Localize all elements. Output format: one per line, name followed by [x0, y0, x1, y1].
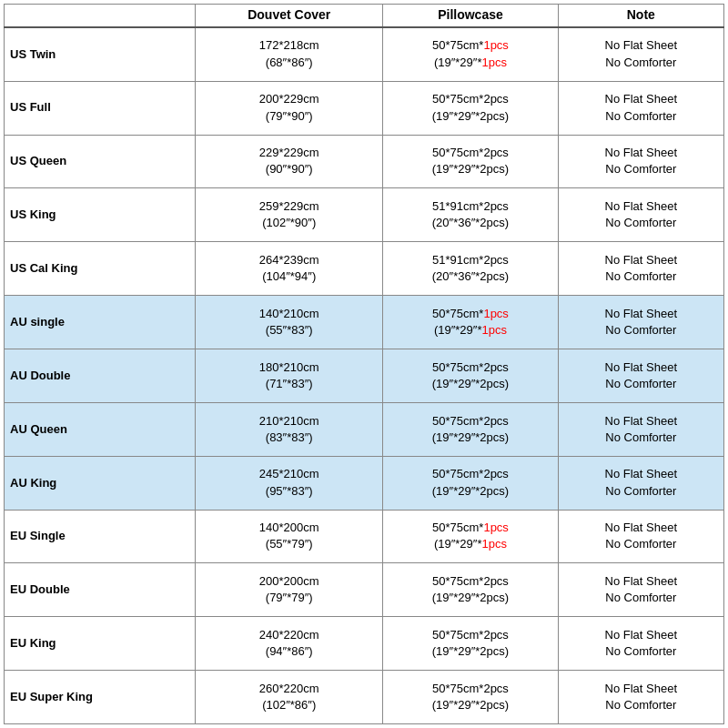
pillow-cell: 50*75cm*2pcs(19″*29″*2pcs)	[383, 349, 558, 402]
pillow-cell: 50*75cm*2pcs(19″*29″*2pcs)	[383, 563, 558, 617]
note-cell: No Flat SheetNo Comforter	[558, 27, 723, 82]
note-cell: No Flat SheetNo Comforter	[558, 563, 723, 617]
cover-cell: 200*200cm(79″*79″)	[196, 563, 383, 617]
note-cell: No Flat SheetNo Comforter	[558, 510, 723, 563]
cover-cell: 172*218cm(68″*86″)	[196, 27, 383, 82]
table-row: US Full200*229cm(79″*90″)50*75cm*2pcs(19…	[5, 81, 724, 135]
pillow-cell: 50*75cm*1pcs(19″*29″*1pcs	[383, 27, 558, 82]
pillow-cell: 50*75cm*2pcs(19″*29″*2pcs)	[383, 671, 558, 724]
table-row: AU single140*210cm(55″*83″)50*75cm*1pcs(…	[5, 296, 724, 349]
pillow-cell: 51*91cm*2pcs(20″*36″*2pcs)	[383, 188, 558, 242]
row-label: US Cal King	[5, 242, 196, 296]
note-cell: No Flat SheetNo Comforter	[558, 349, 723, 402]
cover-cell: 210*210cm(83″*83″)	[196, 402, 383, 456]
row-label: EU Super King	[5, 671, 196, 724]
pillow-cell: 50*75cm*2pcs(19″*29″*2pcs)	[383, 456, 558, 510]
cover-cell: 240*220cm(94″*86″)	[196, 617, 383, 671]
row-label: AU King	[5, 456, 196, 510]
note-cell: No Flat SheetNo Comforter	[558, 296, 723, 349]
cover-cell: 245*210cm(95″*83″)	[196, 456, 383, 510]
pillow-cell: 50*75cm*2pcs(19″*29″*2pcs)	[383, 135, 558, 188]
note-cell: No Flat SheetNo Comforter	[558, 671, 723, 724]
row-label: US Twin	[5, 27, 196, 82]
pillow-cell: 50*75cm*2pcs(19″*29″*2pcs)	[383, 402, 558, 456]
col-header-cover: Douvet Cover	[196, 5, 383, 27]
note-cell: No Flat SheetNo Comforter	[558, 188, 723, 242]
note-cell: No Flat SheetNo Comforter	[558, 135, 723, 188]
table-row: AU King245*210cm(95″*83″)50*75cm*2pcs(19…	[5, 456, 724, 510]
col-header-pillow: Pillowcase	[383, 5, 558, 27]
col-header-note: Note	[558, 5, 723, 27]
table-row: AU Queen210*210cm(83″*83″)50*75cm*2pcs(1…	[5, 402, 724, 456]
row-label: AU Queen	[5, 402, 196, 456]
table-row: US Twin172*218cm(68″*86″)50*75cm*1pcs(19…	[5, 27, 724, 82]
table-row: US Cal King264*239cm(104″*94″)51*91cm*2p…	[5, 242, 724, 296]
note-cell: No Flat SheetNo Comforter	[558, 617, 723, 671]
cover-cell: 140*200cm(55″*79″)	[196, 510, 383, 563]
row-label: EU Double	[5, 563, 196, 617]
cover-cell: 200*229cm(79″*90″)	[196, 81, 383, 135]
table-row: AU Double180*210cm(71″*83″)50*75cm*2pcs(…	[5, 349, 724, 402]
table-row: EU King240*220cm(94″*86″)50*75cm*2pcs(19…	[5, 617, 724, 671]
note-cell: No Flat SheetNo Comforter	[558, 242, 723, 296]
row-label: US Full	[5, 81, 196, 135]
header-row: Douvet Cover Pillowcase Note	[5, 5, 724, 27]
cover-cell: 180*210cm(71″*83″)	[196, 349, 383, 402]
pillow-cell: 50*75cm*1pcs(19″*29″*1pcs	[383, 296, 558, 349]
table-row: EU Single140*200cm(55″*79″)50*75cm*1pcs(…	[5, 510, 724, 563]
cover-cell: 264*239cm(104″*94″)	[196, 242, 383, 296]
row-label: US King	[5, 188, 196, 242]
cover-cell: 229*229cm(90″*90″)	[196, 135, 383, 188]
note-cell: No Flat SheetNo Comforter	[558, 456, 723, 510]
table-row: EU Super King260*220cm(102″*86″)50*75cm*…	[5, 671, 724, 724]
cover-cell: 260*220cm(102″*86″)	[196, 671, 383, 724]
size-chart-container: Douvet Cover Pillowcase Note US Twin172*…	[0, 0, 728, 728]
cover-cell: 140*210cm(55″*83″)	[196, 296, 383, 349]
row-label: EU King	[5, 617, 196, 671]
col-header-label	[5, 5, 196, 27]
row-label: AU Double	[5, 349, 196, 402]
pillow-cell: 50*75cm*2pcs(19″*29″*2pcs)	[383, 617, 558, 671]
row-label: AU single	[5, 296, 196, 349]
cover-cell: 259*229cm(102″*90″)	[196, 188, 383, 242]
row-label: US Queen	[5, 135, 196, 188]
pillow-cell: 51*91cm*2pcs(20″*36″*2pcs)	[383, 242, 558, 296]
row-label: EU Single	[5, 510, 196, 563]
table-row: EU Double200*200cm(79″*79″)50*75cm*2pcs(…	[5, 563, 724, 617]
table-row: US Queen229*229cm(90″*90″)50*75cm*2pcs(1…	[5, 135, 724, 188]
pillow-cell: 50*75cm*1pcs(19″*29″*1pcs	[383, 510, 558, 563]
note-cell: No Flat SheetNo Comforter	[558, 402, 723, 456]
table-row: US King259*229cm(102″*90″)51*91cm*2pcs(2…	[5, 188, 724, 242]
pillow-cell: 50*75cm*2pcs(19″*29″*2pcs)	[383, 81, 558, 135]
size-table: Douvet Cover Pillowcase Note US Twin172*…	[4, 4, 724, 724]
note-cell: No Flat SheetNo Comforter	[558, 81, 723, 135]
